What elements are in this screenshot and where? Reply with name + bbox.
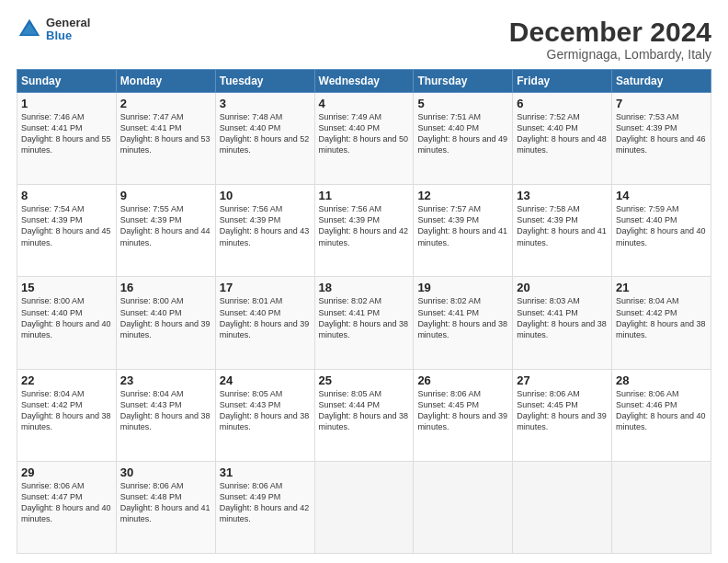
table-row: 28 Sunrise: 8:06 AMSunset: 4:46 PMDaylig…	[612, 369, 711, 461]
table-row: 20 Sunrise: 8:03 AMSunset: 4:41 PMDaylig…	[513, 277, 612, 369]
day-info: Sunrise: 8:06 AMSunset: 4:47 PMDaylight:…	[21, 480, 112, 525]
day-info: Sunrise: 7:56 AMSunset: 4:39 PMDaylight:…	[220, 203, 311, 248]
logo-text: General Blue	[46, 17, 90, 43]
day-info: Sunrise: 8:06 AMSunset: 4:48 PMDaylight:…	[120, 480, 211, 525]
table-row: 14 Sunrise: 7:59 AMSunset: 4:40 PMDaylig…	[612, 185, 711, 277]
day-number: 29	[21, 465, 112, 479]
day-number: 24	[220, 373, 311, 387]
col-wednesday: Wednesday	[314, 70, 414, 93]
header-row: Sunday Monday Tuesday Wednesday Thursday…	[17, 70, 711, 93]
table-row: 21 Sunrise: 8:04 AMSunset: 4:42 PMDaylig…	[612, 277, 711, 369]
day-number: 12	[417, 189, 508, 202]
table-row: 12 Sunrise: 7:57 AMSunset: 4:39 PMDaylig…	[414, 185, 513, 277]
day-number: 7	[616, 97, 707, 110]
day-info: Sunrise: 8:02 AMSunset: 4:41 PMDaylight:…	[319, 295, 410, 340]
day-number: 5	[417, 97, 508, 110]
table-row: 29 Sunrise: 8:06 AMSunset: 4:47 PMDaylig…	[17, 461, 117, 553]
day-info: Sunrise: 8:05 AMSunset: 4:43 PMDaylight:…	[220, 388, 311, 433]
table-row: 7 Sunrise: 7:53 AMSunset: 4:39 PMDayligh…	[612, 93, 711, 185]
header: General Blue December 2024 Germignaga, L…	[17, 17, 711, 62]
day-info: Sunrise: 8:06 AMSunset: 4:45 PMDaylight:…	[517, 388, 608, 433]
day-info: Sunrise: 7:53 AMSunset: 4:39 PMDaylight:…	[616, 111, 707, 156]
table-row: 2 Sunrise: 7:47 AMSunset: 4:41 PMDayligh…	[116, 93, 215, 185]
table-row: 18 Sunrise: 8:02 AMSunset: 4:41 PMDaylig…	[314, 277, 414, 369]
day-number: 4	[319, 97, 410, 110]
day-number: 26	[417, 373, 508, 387]
table-row: 30 Sunrise: 8:06 AMSunset: 4:48 PMDaylig…	[116, 461, 215, 553]
day-number: 6	[517, 97, 608, 110]
table-row: 26 Sunrise: 8:06 AMSunset: 4:45 PMDaylig…	[414, 369, 513, 461]
logo-line1: General	[46, 17, 90, 29]
col-thursday: Thursday	[414, 70, 513, 93]
calendar-table: Sunday Monday Tuesday Wednesday Thursday…	[17, 69, 711, 554]
col-monday: Monday	[116, 70, 215, 93]
day-number: 31	[220, 465, 311, 479]
day-info: Sunrise: 7:57 AMSunset: 4:39 PMDaylight:…	[417, 203, 508, 248]
day-info: Sunrise: 8:01 AMSunset: 4:40 PMDaylight:…	[220, 295, 311, 340]
day-number: 28	[616, 373, 707, 387]
logo-line2: Blue	[46, 29, 90, 42]
day-number: 27	[517, 373, 608, 387]
table-row: 22 Sunrise: 8:04 AMSunset: 4:42 PMDaylig…	[17, 369, 117, 461]
day-info: Sunrise: 8:06 AMSunset: 4:46 PMDaylight:…	[616, 388, 707, 433]
table-row: 31 Sunrise: 8:06 AMSunset: 4:49 PMDaylig…	[215, 461, 314, 553]
table-row: 16 Sunrise: 8:00 AMSunset: 4:40 PMDaylig…	[116, 277, 215, 369]
table-row: 24 Sunrise: 8:05 AMSunset: 4:43 PMDaylig…	[215, 369, 314, 461]
day-info: Sunrise: 8:02 AMSunset: 4:41 PMDaylight:…	[417, 295, 508, 340]
day-info: Sunrise: 7:49 AMSunset: 4:40 PMDaylight:…	[319, 111, 410, 156]
day-number: 20	[517, 281, 608, 294]
day-info: Sunrise: 8:00 AMSunset: 4:40 PMDaylight:…	[21, 295, 112, 340]
table-row: 17 Sunrise: 8:01 AMSunset: 4:40 PMDaylig…	[215, 277, 314, 369]
table-row	[414, 461, 513, 553]
day-number: 10	[220, 189, 311, 202]
logo: General Blue	[17, 17, 90, 43]
table-row: 4 Sunrise: 7:49 AMSunset: 4:40 PMDayligh…	[314, 93, 414, 185]
day-number: 15	[21, 281, 112, 294]
day-number: 14	[616, 189, 707, 202]
day-number: 2	[120, 97, 211, 110]
table-row: 10 Sunrise: 7:56 AMSunset: 4:39 PMDaylig…	[215, 185, 314, 277]
day-number: 13	[517, 189, 608, 202]
day-number: 23	[120, 373, 211, 387]
table-row: 13 Sunrise: 7:58 AMSunset: 4:39 PMDaylig…	[513, 185, 612, 277]
table-row: 27 Sunrise: 8:06 AMSunset: 4:45 PMDaylig…	[513, 369, 612, 461]
title-block: December 2024 Germignaga, Lombardy, Ital…	[509, 17, 711, 62]
day-info: Sunrise: 8:06 AMSunset: 4:45 PMDaylight:…	[417, 388, 508, 433]
day-number: 17	[220, 281, 311, 294]
day-number: 9	[120, 189, 211, 202]
day-info: Sunrise: 7:56 AMSunset: 4:39 PMDaylight:…	[319, 203, 410, 248]
table-row: 23 Sunrise: 8:04 AMSunset: 4:43 PMDaylig…	[116, 369, 215, 461]
month-title: December 2024	[509, 17, 711, 47]
day-number: 19	[417, 281, 508, 294]
table-row: 19 Sunrise: 8:02 AMSunset: 4:41 PMDaylig…	[414, 277, 513, 369]
day-number: 25	[319, 373, 410, 387]
day-info: Sunrise: 8:05 AMSunset: 4:44 PMDaylight:…	[319, 388, 410, 433]
table-row	[314, 461, 414, 553]
day-info: Sunrise: 8:06 AMSunset: 4:49 PMDaylight:…	[220, 480, 311, 525]
day-info: Sunrise: 7:55 AMSunset: 4:39 PMDaylight:…	[120, 203, 211, 248]
table-row: 11 Sunrise: 7:56 AMSunset: 4:39 PMDaylig…	[314, 185, 414, 277]
day-info: Sunrise: 7:48 AMSunset: 4:40 PMDaylight:…	[220, 111, 311, 156]
day-info: Sunrise: 8:03 AMSunset: 4:41 PMDaylight:…	[517, 295, 608, 340]
day-info: Sunrise: 8:04 AMSunset: 4:43 PMDaylight:…	[120, 388, 211, 433]
col-tuesday: Tuesday	[215, 70, 314, 93]
day-info: Sunrise: 8:04 AMSunset: 4:42 PMDaylight:…	[21, 388, 112, 433]
day-number: 11	[319, 189, 410, 202]
day-info: Sunrise: 8:00 AMSunset: 4:40 PMDaylight:…	[120, 295, 211, 340]
day-info: Sunrise: 7:52 AMSunset: 4:40 PMDaylight:…	[517, 111, 608, 156]
table-row: 25 Sunrise: 8:05 AMSunset: 4:44 PMDaylig…	[314, 369, 414, 461]
day-info: Sunrise: 7:54 AMSunset: 4:39 PMDaylight:…	[21, 203, 112, 248]
page: General Blue December 2024 Germignaga, L…	[0, 0, 728, 563]
table-row: 15 Sunrise: 8:00 AMSunset: 4:40 PMDaylig…	[17, 277, 117, 369]
location-subtitle: Germignaga, Lombardy, Italy	[509, 47, 711, 62]
col-saturday: Saturday	[612, 70, 711, 93]
day-info: Sunrise: 7:46 AMSunset: 4:41 PMDaylight:…	[21, 111, 112, 156]
day-info: Sunrise: 7:51 AMSunset: 4:40 PMDaylight:…	[417, 111, 508, 156]
table-row: 6 Sunrise: 7:52 AMSunset: 4:40 PMDayligh…	[513, 93, 612, 185]
day-info: Sunrise: 7:47 AMSunset: 4:41 PMDaylight:…	[120, 111, 211, 156]
day-number: 30	[120, 465, 211, 479]
day-info: Sunrise: 7:59 AMSunset: 4:40 PMDaylight:…	[616, 203, 707, 248]
table-row: 8 Sunrise: 7:54 AMSunset: 4:39 PMDayligh…	[17, 185, 117, 277]
col-friday: Friday	[513, 70, 612, 93]
day-number: 16	[120, 281, 211, 294]
